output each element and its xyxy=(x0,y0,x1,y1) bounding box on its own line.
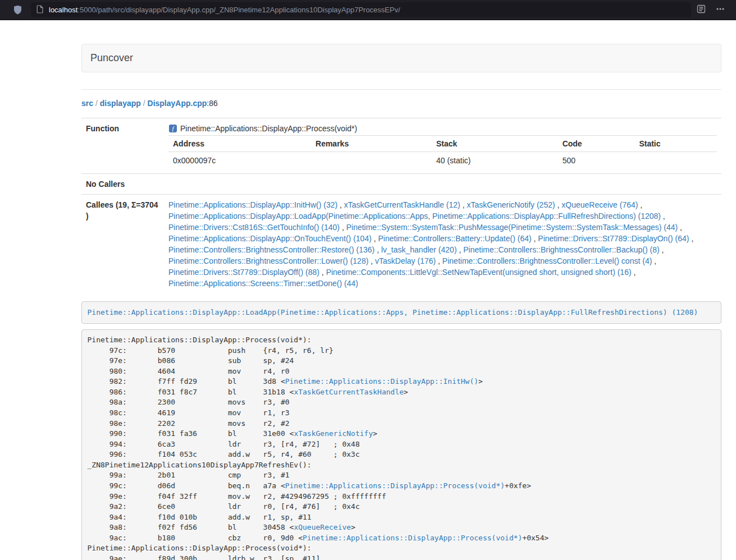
tracking-protection-shield-icon[interactable] xyxy=(13,5,22,15)
page-info-icon xyxy=(36,5,44,15)
callee-link[interactable]: Pinetime::Applications::DisplayApp::Load… xyxy=(168,212,661,221)
callee-link[interactable]: Pinetime::Applications::Screens::Timer::… xyxy=(168,279,358,288)
stats-header-code: Code xyxy=(558,136,635,152)
breadcrumb: src / displayapp / DisplayApp.cpp:86 xyxy=(81,98,721,109)
stats-header-stack: Stack xyxy=(432,136,558,152)
callee-link[interactable]: xTaskGetCurrentTaskHandle (12) xyxy=(344,200,460,209)
symbol-link[interactable]: Pinetime::Applications::DisplayApp::Proc… xyxy=(303,534,522,542)
brand-link[interactable]: Puncover xyxy=(90,52,133,64)
url-text: localhost:5000/path/src/displayapp/Displ… xyxy=(49,6,400,14)
callee-link[interactable]: Pinetime::Controllers::BrightnessControl… xyxy=(168,245,374,254)
stats-code-value: 500 xyxy=(558,152,635,169)
stats-remarks-value xyxy=(311,152,432,169)
callee-link[interactable]: lv_task_handler (420) xyxy=(381,245,457,254)
no-callers-cell xyxy=(164,174,721,195)
url-host: localhost xyxy=(49,6,77,14)
symbol-table: Function f Pinetime::Applications::Displ… xyxy=(81,118,721,293)
symbol-link[interactable]: xTaskGetCurrentTaskHandle xyxy=(294,388,404,396)
symbol-link[interactable]: Pinetime::Applications::DisplayApp::Init… xyxy=(285,377,478,385)
symbol-link[interactable]: xTaskGenericNotify xyxy=(294,429,373,438)
page-content: Puncover src / displayapp / DisplayApp.c… xyxy=(81,44,721,560)
stats-header-static: Static xyxy=(634,136,717,152)
breadcrumb-separator: / xyxy=(93,99,100,108)
callee-link[interactable]: Pinetime::Controllers::BrightnessControl… xyxy=(463,245,659,254)
divider xyxy=(81,89,721,90)
callee-link[interactable]: Pinetime::System::SystemTask::PushMessag… xyxy=(346,223,678,232)
callees-list: Pinetime::Applications::DisplayApp::Init… xyxy=(164,195,721,294)
url-bar[interactable]: localhost:5000/path/src/displayapp/Displ… xyxy=(31,2,691,17)
symbol-link[interactable]: xQueueReceive xyxy=(294,523,351,531)
stats-header-remarks: Remarks xyxy=(311,136,432,152)
no-callers-row: No Callers xyxy=(81,174,721,195)
callee-link[interactable]: Pinetime::Applications::DisplayApp::Init… xyxy=(168,200,337,209)
symbol-link[interactable]: Pinetime::Applications::DisplayApp::Proc… xyxy=(285,481,505,490)
stats-header-address: Address xyxy=(168,136,311,152)
disassembly-code: Pinetime::Applications::DisplayApp::Proc… xyxy=(81,329,721,560)
callee-link[interactable]: Pinetime::Controllers::BrightnessControl… xyxy=(442,256,652,265)
callees-label: Callees (19, Σ=3704 ) xyxy=(81,195,164,294)
app-header: Puncover xyxy=(81,44,721,72)
callee-link[interactable]: xTaskGenericNotify (252) xyxy=(467,200,555,209)
callee-link[interactable]: vTaskDelay (176) xyxy=(375,256,436,265)
function-label: Function xyxy=(81,118,164,174)
callee-link[interactable]: Pinetime::Drivers::St7789::DisplayOn() (… xyxy=(538,234,689,243)
overflow-menu-icon[interactable] xyxy=(716,4,725,15)
stats-stack-value: 40 (static) xyxy=(432,152,558,169)
function-cell: f Pinetime::Applications::DisplayApp::Pr… xyxy=(164,118,721,174)
callee-link[interactable]: Pinetime::Drivers::Cst816S::GetTouchInfo… xyxy=(168,223,340,232)
breadcrumb-link[interactable]: DisplayApp.cpp xyxy=(148,99,207,108)
stats-static-value xyxy=(634,152,717,169)
callees-row: Callees (19, Σ=3704 ) Pinetime::Applicat… xyxy=(81,195,721,294)
breadcrumb-separator: / xyxy=(141,99,148,108)
function-name: Pinetime::Applications::DisplayApp::Proc… xyxy=(180,123,357,134)
browser-toolbar: localhost:5000/path/src/displayapp/Displ… xyxy=(0,0,736,20)
callee-link[interactable]: xQueueReceive (764) xyxy=(561,200,638,209)
stats-address-value: 0x0000097c xyxy=(168,152,311,169)
highlighted-symbol-link[interactable]: Pinetime::Applications::DisplayApp::Load… xyxy=(88,308,698,316)
function-type-icon: f xyxy=(168,124,177,133)
breadcrumb-line-number: :86 xyxy=(207,99,217,108)
stats-header-row: Address Remarks Stack Code Static xyxy=(168,136,717,152)
stats-table: Address Remarks Stack Code Static 0x0000… xyxy=(168,135,717,169)
stats-data-row: 0x0000097c 40 (static) 500 xyxy=(168,152,717,169)
callee-link[interactable]: Pinetime::Drivers::St7789::DisplayOff() … xyxy=(168,268,319,277)
callee-link[interactable]: Pinetime::Applications::DisplayApp::OnTo… xyxy=(168,234,372,243)
url-path: :5000/path/src/displayapp/DisplayApp.cpp… xyxy=(77,6,400,14)
reading-list-icon[interactable] xyxy=(697,4,706,15)
callee-link[interactable]: Pinetime::Components::LittleVgl::SetNewT… xyxy=(326,268,632,277)
callee-link[interactable]: Pinetime::Controllers::BrightnessControl… xyxy=(168,256,368,265)
highlighted-symbol-box: Pinetime::Applications::DisplayApp::Load… xyxy=(81,301,721,324)
breadcrumb-link[interactable]: displayapp xyxy=(100,99,141,108)
callee-link[interactable]: Pinetime::Controllers::Battery::Update()… xyxy=(378,234,532,243)
no-callers-label: No Callers xyxy=(81,174,164,195)
breadcrumb-link[interactable]: src xyxy=(81,99,93,108)
function-row: Function f Pinetime::Applications::Displ… xyxy=(81,118,721,174)
